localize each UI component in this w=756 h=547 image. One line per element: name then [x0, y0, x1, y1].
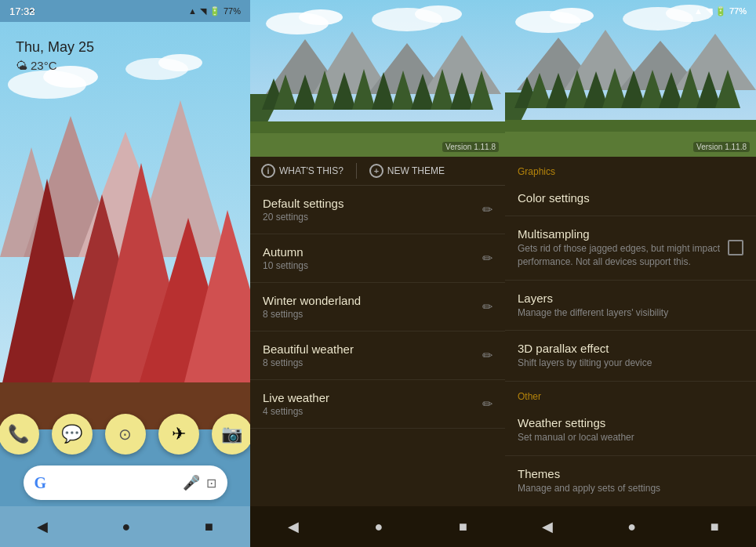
new-theme-button[interactable]: + NEW THEME — [369, 164, 445, 178]
date-widget: Thu, May 25 🌤 23°C — [16, 39, 94, 72]
svg-point-4 — [158, 54, 202, 71]
messages-icon[interactable]: 💬 — [52, 414, 93, 455]
new-theme-label: NEW THEME — [387, 165, 445, 176]
back-button[interactable]: ◀ — [288, 518, 299, 535]
version-badge: Version 1.11.8 — [442, 142, 499, 152]
battery-icon: 🔋 — [715, 6, 726, 16]
themes-wallpaper-preview — [250, 0, 505, 157]
recents-button[interactable]: ■ — [711, 519, 719, 535]
settings-header-image: Version 1.11.8 — [505, 0, 756, 157]
theme-count: 10 settings — [263, 260, 482, 271]
app-row: 📞 💬 ⊙ ✈ 📷 — [0, 414, 250, 455]
home-button[interactable]: ● — [122, 519, 131, 535]
settings-nav-bar: ◀ ● ■ — [505, 506, 756, 547]
back-button[interactable]: ◀ — [542, 518, 553, 535]
setting-name: Layers — [518, 292, 743, 305]
edit-icon[interactable]: ✏ — [482, 299, 492, 314]
theme-count: 8 settings — [263, 357, 482, 368]
themes-header-image: Version 1.11.8 — [250, 0, 505, 157]
toolbar-divider — [356, 163, 357, 179]
theme-item-live[interactable]: Live weather 4 settings ✏ — [250, 380, 505, 429]
home-screen: 17:35 ▲ ◥ 🔋 77% — [0, 0, 250, 547]
settings-item-parallax[interactable]: 3D parallax effect Shift layers by tilti… — [505, 331, 756, 382]
settings-item-multisampling[interactable]: Multisampling Gets rid of those jagged e… — [505, 216, 756, 281]
settings-item-themes[interactable]: Themes Manage and apply sets of settings — [505, 456, 756, 506]
recents-button[interactable]: ■ — [205, 519, 213, 535]
setting-name: 3D parallax effect — [518, 342, 743, 355]
setting-name: Color settings — [518, 191, 743, 205]
setting-desc: Set manual or local weather — [518, 431, 743, 444]
edit-icon[interactable]: ✏ — [482, 348, 492, 363]
settings-list: Graphics Color settings Multisampling Ge… — [505, 157, 756, 506]
theme-name: Default settings — [263, 197, 482, 210]
themes-panel: 17:33 ▲ ◥ 🔋 77% — [250, 0, 505, 547]
battery-percent: 77% — [729, 6, 747, 16]
themes-nav-bar: ◀ ● ■ — [250, 506, 505, 547]
setting-desc: Manage the different layers' visibility — [518, 306, 743, 320]
dock: 📞 💬 ⊙ ✈ 📷 G 🎤 ⊡ — [0, 414, 250, 500]
setting-desc: Gets rid of those jagged edges, but migh… — [518, 242, 728, 269]
edit-icon[interactable]: ✏ — [482, 397, 492, 411]
settings-item-color[interactable]: Color settings — [505, 180, 756, 216]
settings-item-weather[interactable]: Weather settings Set manual or local wea… — [505, 405, 756, 456]
theme-count: 20 settings — [263, 212, 482, 223]
chrome-icon[interactable]: ⊙ — [105, 414, 146, 455]
setting-name: Themes — [518, 467, 743, 480]
weather-widget: 🌤 23°C — [16, 59, 94, 72]
google-logo: G — [35, 474, 47, 492]
other-section-label: Other — [505, 382, 756, 405]
weather-temp: 23°C — [31, 59, 57, 72]
signal-icon: ◥ — [706, 6, 712, 16]
theme-item-default[interactable]: Default settings 20 settings ✏ — [250, 186, 505, 234]
theme-item-autumn[interactable]: Autumn 10 settings ✏ — [250, 234, 505, 283]
setting-desc: Shift layers by tilting your device — [518, 357, 743, 370]
microphone-icon[interactable]: 🎤 — [183, 474, 200, 491]
home-wallpaper — [0, 22, 250, 429]
setting-name: Multisampling — [518, 227, 728, 241]
edit-icon[interactable]: ✏ — [482, 202, 492, 217]
camera-icon[interactable]: 📷 — [212, 414, 251, 455]
back-button[interactable]: ◀ — [37, 518, 48, 535]
recents-button[interactable]: ■ — [459, 519, 467, 535]
theme-count: 4 settings — [263, 406, 482, 417]
settings-wallpaper-preview — [505, 0, 756, 157]
wifi-icon: ▲ — [694, 6, 703, 16]
weather-icon: 🌤 — [16, 59, 27, 72]
lens-icon[interactable]: ⊡ — [206, 476, 216, 491]
graphics-section-label: Graphics — [505, 157, 756, 180]
theme-list: Default settings 20 settings ✏ Autumn 10… — [250, 186, 505, 506]
version-badge: Version 1.11.8 — [693, 142, 750, 152]
whats-this-label: WHAT'S THIS? — [279, 165, 343, 176]
home-button[interactable]: ● — [627, 519, 636, 535]
search-bar[interactable]: G 🎤 ⊡ — [24, 465, 227, 500]
home-button[interactable]: ● — [375, 519, 383, 535]
themes-toolbar: i WHAT'S THIS? + NEW THEME — [250, 157, 505, 186]
theme-count: 8 settings — [263, 309, 482, 320]
info-icon: i — [261, 164, 275, 178]
whats-this-button[interactable]: i WHAT'S THIS? — [261, 164, 343, 178]
settings-item-layers[interactable]: Layers Manage the different layers' visi… — [505, 281, 756, 331]
theme-name: Beautiful weather — [263, 342, 482, 356]
setting-name: Weather settings — [518, 416, 743, 429]
home-nav-bar: ◀ ● ■ — [0, 506, 250, 547]
theme-name: Live weather — [263, 391, 482, 404]
theme-item-beautiful[interactable]: Beautiful weather 8 settings ✏ — [250, 331, 505, 380]
settings-status-icons: ▲ ◥ 🔋 77% — [694, 6, 747, 16]
add-icon: + — [369, 164, 383, 178]
edit-icon[interactable]: ✏ — [482, 251, 492, 266]
setting-desc: Manage and apply sets of settings — [518, 482, 743, 495]
theme-name: Winter wonderland — [263, 294, 482, 307]
settings-status-bar: 17:32 ▲ ◥ 🔋 77% — [505, 0, 756, 22]
date-text: Thu, May 25 — [16, 39, 94, 56]
share-icon[interactable]: ✈ — [158, 414, 199, 455]
theme-name: Autumn — [263, 245, 482, 259]
phone-icon[interactable]: 📞 — [0, 414, 39, 455]
theme-item-winter[interactable]: Winter wonderland 8 settings ✏ — [250, 283, 505, 331]
multisampling-checkbox[interactable] — [728, 240, 743, 255]
settings-panel: 17:32 ▲ ◥ 🔋 77% — [505, 0, 756, 547]
